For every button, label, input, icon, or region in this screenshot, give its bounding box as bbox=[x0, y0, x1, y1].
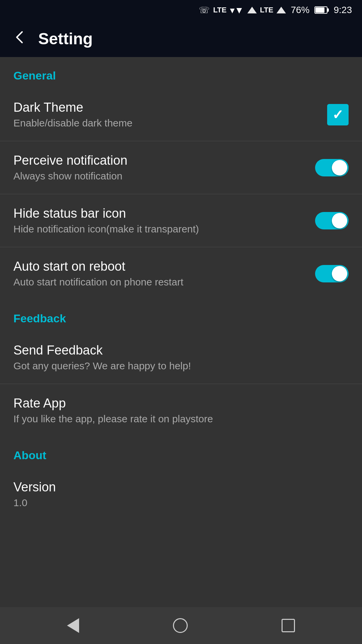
checkbox-check-icon: ✓ bbox=[332, 108, 344, 121]
setting-rate-app-title: Rate App bbox=[13, 396, 349, 411]
back-button[interactable] bbox=[12, 29, 28, 48]
lte-label-1: LTE bbox=[213, 6, 227, 14]
battery-icon bbox=[314, 6, 329, 14]
settings-content: General Dark Theme Enable/disable dark t… bbox=[0, 57, 362, 607]
app-bar: Setting bbox=[0, 20, 362, 57]
signal-icon-1 bbox=[247, 5, 257, 15]
svg-rect-3 bbox=[327, 8, 329, 12]
status-icons: ☏ LTE ▾▼ LTE bbox=[199, 5, 286, 16]
setting-send-feedback-title: Send Feedback bbox=[13, 343, 349, 358]
setting-dark-theme-title: Dark Theme bbox=[13, 100, 327, 115]
time: 9:23 bbox=[334, 5, 352, 15]
toggle-knob-perceive bbox=[332, 160, 347, 175]
hide-status-bar-toggle[interactable] bbox=[315, 212, 349, 229]
recents-nav-icon bbox=[282, 619, 295, 632]
setting-perceive-notification-subtitle: Always show notification bbox=[13, 170, 315, 182]
svg-rect-4 bbox=[315, 7, 324, 13]
setting-dark-theme[interactable]: Dark Theme Enable/disable dark theme ✓ bbox=[0, 88, 362, 141]
setting-send-feedback-subtitle: Got any queries? We are happy to help! bbox=[13, 360, 349, 372]
setting-perceive-notification-text: Perceive notification Always show notifi… bbox=[13, 153, 315, 182]
section-feedback: Feedback bbox=[0, 300, 362, 331]
nav-home-button[interactable] bbox=[173, 618, 188, 633]
svg-marker-1 bbox=[277, 7, 286, 13]
setting-hide-status-bar-icon-subtitle: Hide notification icon(make it transpare… bbox=[13, 223, 315, 235]
setting-rate-app-subtitle: If you like the app, please rate it on p… bbox=[13, 413, 349, 425]
setting-hide-status-bar-icon-text: Hide status bar icon Hide notification i… bbox=[13, 206, 315, 235]
auto-start-toggle[interactable] bbox=[315, 265, 349, 282]
setting-send-feedback-text: Send Feedback Got any queries? We are ha… bbox=[13, 343, 349, 372]
battery-percentage: 76% bbox=[291, 5, 309, 15]
home-nav-icon bbox=[173, 618, 188, 633]
back-nav-icon bbox=[67, 618, 79, 633]
setting-rate-app-text: Rate App If you like the app, please rat… bbox=[13, 396, 349, 425]
setting-version: Version 1.0 bbox=[0, 468, 362, 521]
setting-dark-theme-text: Dark Theme Enable/disable dark theme bbox=[13, 100, 327, 129]
setting-hide-status-bar-icon-title: Hide status bar icon bbox=[13, 206, 315, 221]
bottom-nav bbox=[0, 607, 362, 644]
setting-auto-start-text: Auto start on reboot Auto start notifica… bbox=[13, 259, 315, 288]
setting-auto-start-on-reboot[interactable]: Auto start on reboot Auto start notifica… bbox=[0, 247, 362, 300]
setting-rate-app[interactable]: Rate App If you like the app, please rat… bbox=[0, 384, 362, 437]
lte-label-2: LTE bbox=[260, 6, 274, 14]
setting-auto-start-title: Auto start on reboot bbox=[13, 259, 315, 274]
toggle-knob-auto-start bbox=[332, 266, 347, 281]
lte-phone-icon: ☏ bbox=[199, 5, 210, 15]
toggle-knob-hide-status bbox=[332, 213, 347, 228]
setting-perceive-notification[interactable]: Perceive notification Always show notifi… bbox=[0, 141, 362, 194]
perceive-notification-toggle[interactable] bbox=[315, 159, 349, 176]
signal-icon-2 bbox=[277, 5, 286, 15]
setting-perceive-notification-title: Perceive notification bbox=[13, 153, 315, 168]
wifi-icon: ▾▼ bbox=[230, 5, 244, 16]
setting-hide-status-bar-icon[interactable]: Hide status bar icon Hide notification i… bbox=[0, 194, 362, 247]
dark-theme-checkbox[interactable]: ✓ bbox=[327, 104, 349, 125]
setting-send-feedback[interactable]: Send Feedback Got any queries? We are ha… bbox=[0, 331, 362, 384]
status-bar: ☏ LTE ▾▼ LTE 76% 9:23 bbox=[0, 0, 362, 20]
setting-dark-theme-subtitle: Enable/disable dark theme bbox=[13, 117, 327, 129]
setting-version-title: Version bbox=[13, 480, 349, 494]
section-general: General bbox=[0, 57, 362, 88]
setting-version-value: 1.0 bbox=[13, 497, 349, 508]
svg-marker-0 bbox=[247, 7, 257, 13]
nav-recents-button[interactable] bbox=[282, 619, 295, 632]
section-about: About bbox=[0, 437, 362, 468]
setting-auto-start-subtitle: Auto start notification on phone restart bbox=[13, 276, 315, 288]
nav-back-button[interactable] bbox=[67, 618, 79, 633]
setting-version-text: Version 1.0 bbox=[13, 480, 349, 508]
page-title: Setting bbox=[38, 30, 93, 48]
